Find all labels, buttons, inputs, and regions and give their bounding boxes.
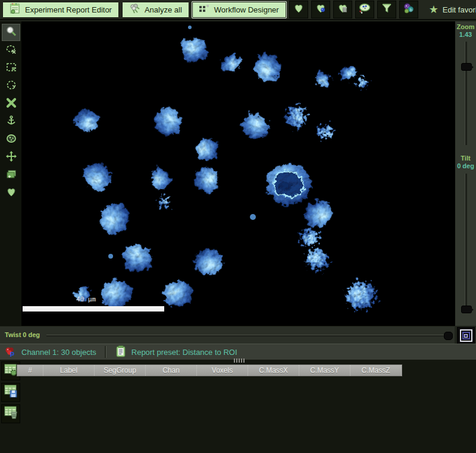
report-preset-status[interactable]: Report preset: Distance to ROI (115, 345, 237, 360)
column-header[interactable]: Label (43, 365, 95, 376)
tilt-slider-handle[interactable] (461, 306, 472, 313)
zoom-label: Zoom (455, 23, 476, 30)
cell[interactable] (188, 26, 192, 29)
main-toolbar: Experiment Report Editor Analyze all Wor… (0, 0, 476, 20)
channel-status[interactable]: p Channel 1: 30 objects (4, 345, 96, 359)
viewport-canvas (21, 21, 455, 326)
filter-funnel-button[interactable] (377, 1, 396, 18)
tilt-value: 0 deg (455, 162, 476, 169)
zoom-tool-button[interactable] (2, 24, 20, 41)
ellipse-select-tool-button[interactable] (2, 77, 20, 95)
cell[interactable] (250, 214, 256, 220)
workflow-grid-icon (199, 5, 210, 15)
column-header[interactable]: C.MassZ (350, 365, 402, 376)
heart-bird-icon (314, 2, 327, 17)
heart-tool-icon (5, 186, 17, 200)
column-header[interactable]: C.MassX (248, 365, 299, 376)
scale-bar (23, 306, 164, 312)
report-preset-text: Report preset: Distance to ROI (131, 348, 237, 357)
favorite-tool-button[interactable] (2, 184, 20, 202)
colormap-circles-button[interactable]: b (399, 1, 418, 18)
tool-sidebar (0, 21, 21, 326)
column-header[interactable]: Chan (146, 365, 197, 376)
layer-stamp-icon (5, 168, 17, 183)
column-header[interactable]: SegGroup (95, 365, 146, 376)
report-editor-icon (10, 3, 21, 16)
svg-text:b: b (409, 8, 412, 12)
cell-blob-icon (5, 133, 17, 147)
delete-selection-tool-button[interactable] (2, 95, 20, 112)
column-header[interactable]: C.MassY (299, 365, 350, 376)
column-header[interactable]: Voxels (197, 365, 248, 376)
anchor-icon (5, 115, 17, 129)
cell-object-tool-button[interactable] (2, 131, 20, 148)
heart-icon (292, 2, 305, 17)
move-tool-button[interactable] (2, 149, 20, 166)
rect-select-icon (5, 61, 17, 76)
zoom-value: 1.43 (455, 31, 476, 38)
rect-select-tool-button[interactable] (2, 59, 20, 77)
experiment-report-editor-label: Experiment Report Editor (25, 5, 112, 14)
cell-palette-button[interactable] (355, 1, 374, 18)
cell-palette-icon (358, 2, 372, 17)
tilt-slider-track[interactable] (465, 174, 467, 312)
analyze-all-label: Analyze all (145, 5, 182, 14)
status-separator (105, 346, 107, 358)
twist-label: Twist 0 deg (5, 331, 40, 338)
lasso-cut-tool-button[interactable] (2, 42, 20, 59)
colormap-circles-icon: b (402, 2, 416, 17)
heart-bird-button[interactable] (311, 1, 330, 18)
twist-bar: Twist 0 deg (0, 326, 455, 344)
table-body[interactable] (17, 376, 476, 453)
zoom-slider-handle[interactable] (461, 63, 472, 71)
ellipse-select-icon (5, 79, 17, 93)
table-header-row: #LabelSegGroupChanVoxelsC.MassXC.MassYC.… (17, 364, 402, 376)
clipboard-icon (115, 345, 127, 360)
view-control-panel: Zoom 1.43 Tilt 0 deg (455, 21, 476, 326)
channel-status-text: Channel 1: 30 objects (21, 348, 96, 357)
favorite-heart-button[interactable] (289, 1, 308, 18)
edit-favorites-label: Edit favorites (443, 5, 476, 14)
zoom-slider-track[interactable] (465, 42, 467, 145)
heart-trash-icon (336, 2, 349, 17)
twist-slider-handle[interactable] (444, 332, 453, 340)
workflow-designer-label: Workflow Designer (214, 5, 279, 14)
stamp-layer-tool-button[interactable] (2, 166, 20, 184)
analyze-all-button[interactable]: Analyze all (122, 2, 189, 18)
edit-favorites-button[interactable]: ★ Edit favorites (427, 4, 476, 15)
lasso-scissors-icon (5, 43, 17, 58)
heart-trash-button[interactable] (333, 1, 352, 18)
center-view-button[interactable] (457, 327, 475, 344)
table-resize-grip[interactable] (234, 358, 245, 363)
workflow-designer-button[interactable]: Workflow Designer (192, 2, 286, 18)
anchor-tool-button[interactable] (2, 113, 20, 130)
magnifier-icon (5, 26, 17, 40)
experiment-report-editor-button[interactable]: Experiment Report Editor (2, 2, 119, 18)
svg-text:p: p (10, 350, 15, 357)
column-header[interactable]: # (17, 365, 43, 376)
tilt-label: Tilt (455, 155, 476, 162)
analyze-icon (129, 3, 140, 16)
star-icon: ★ (429, 4, 439, 15)
x-delete-icon (5, 97, 17, 111)
twist-slider-track[interactable] (46, 335, 446, 336)
move-arrows-icon (5, 150, 17, 165)
cell[interactable] (108, 254, 113, 259)
results-table-zone: #LabelSegGroupChanVoxelsC.MassXC.MassYC.… (0, 360, 476, 453)
render-viewport[interactable]: 40 µm (21, 21, 455, 326)
filter-funnel-icon (380, 2, 393, 17)
status-bar: p Channel 1: 30 objects Report preset: D… (0, 344, 476, 360)
channel-blob-icon: p (4, 345, 17, 359)
scale-bar-label: 40 µm (76, 295, 96, 303)
concentric-squares-icon (460, 329, 472, 342)
